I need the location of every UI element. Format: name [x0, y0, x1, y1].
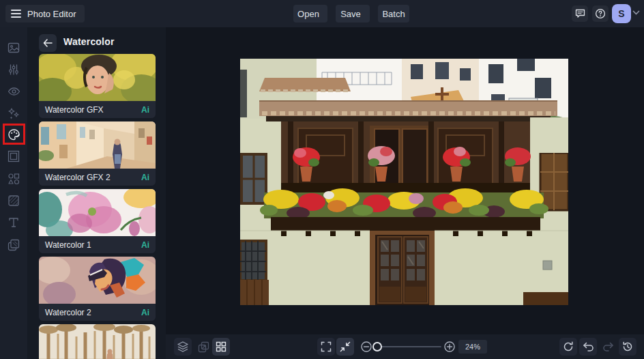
app-menu[interactable]: Photo Editor [5, 5, 85, 23]
reset-button[interactable] [559, 338, 577, 356]
undo-button[interactable] [579, 338, 597, 356]
canvas-image [240, 59, 568, 305]
ai-badge: Ai [141, 105, 149, 115]
zoom-in-icon [443, 341, 456, 353]
history-button[interactable] [619, 338, 636, 356]
open-button[interactable]: Open [293, 5, 327, 23]
sidebar-item-textures[interactable] [5, 237, 22, 253]
zoom-slider-track[interactable] [377, 346, 441, 347]
compare-icon [198, 341, 209, 353]
style-card-watercolor-gfx-2[interactable]: Watercolor GFX 2 Ai [39, 121, 156, 186]
ai-badge: Ai [141, 240, 149, 250]
palette-icon [8, 128, 20, 141]
thumbnail-watercolor-2 [39, 257, 156, 304]
panel-title: Watercolor [63, 36, 115, 47]
canvas-area [166, 27, 644, 334]
style-card-partial[interactable] [39, 324, 156, 359]
thumbnail-palms [39, 324, 156, 359]
grid-view-button[interactable] [212, 338, 230, 356]
card-label: Watercolor GFX [45, 105, 141, 115]
help-icon [595, 8, 606, 19]
sliders-icon [8, 63, 20, 76]
sidebar-item-frames[interactable] [5, 148, 22, 164]
card-label: Watercolor GFX 2 [45, 173, 141, 182]
menu-icon [11, 10, 21, 18]
redo-button[interactable] [599, 338, 617, 356]
expand-icon [321, 341, 332, 352]
eye-icon [8, 87, 20, 96]
fullscreen-button[interactable] [317, 338, 335, 356]
sidebar-item-effects[interactable] [5, 105, 22, 121]
card-label: Watercolor 2 [45, 308, 141, 317]
help-button[interactable] [592, 5, 609, 22]
tools-sidebar [0, 27, 27, 359]
photo-editor-app: Photo Editor Open Save Batch S [0, 0, 644, 359]
back-button[interactable] [39, 34, 57, 52]
layers-icon [177, 341, 189, 352]
sidebar-item-adjust[interactable] [5, 61, 22, 78]
grid-icon [216, 341, 226, 352]
zoom-out-icon [360, 341, 372, 353]
bottom-toolbar: 24% [166, 334, 644, 359]
batch-button[interactable]: Batch [378, 5, 409, 23]
avatar[interactable]: S [612, 4, 631, 23]
zoom-in-button[interactable] [441, 338, 458, 356]
account-chevron-down-icon[interactable] [632, 10, 640, 16]
compare-button[interactable] [194, 338, 212, 356]
style-card-watercolor-2[interactable]: Watercolor 2 Ai [39, 257, 156, 321]
redo-icon [602, 342, 614, 351]
frame-icon [8, 150, 20, 162]
feedback-button[interactable] [572, 5, 588, 22]
layers-icon [8, 239, 20, 251]
sidebar-item-artsy[interactable] [5, 126, 22, 143]
save-button[interactable]: Save [336, 5, 370, 23]
sidebar-item-touchup[interactable] [5, 83, 22, 100]
watercolor-panel: Watercolor Watercolor GFX Ai [27, 27, 166, 359]
sparkles-icon [8, 107, 20, 119]
thumbnail-watercolor-1 [39, 189, 156, 236]
zoom-slider-handle[interactable] [372, 342, 382, 351]
zoom-level-value: 24% [458, 340, 487, 354]
sidebar-item-edit[interactable] [5, 40, 22, 56]
style-card-watercolor-1[interactable]: Watercolor 1 Ai [39, 189, 156, 253]
sidebar-item-overlays[interactable] [5, 192, 22, 209]
app-title: Photo Editor [27, 9, 76, 19]
sidebar-item-graphics[interactable] [5, 171, 22, 187]
shapes-icon [8, 173, 20, 185]
reset-icon [563, 341, 574, 352]
ai-badge: Ai [141, 173, 149, 182]
sidebar-item-text[interactable] [5, 214, 22, 231]
card-label: Watercolor 1 [45, 240, 141, 250]
layers-button[interactable] [174, 338, 192, 356]
texture-icon [8, 195, 20, 207]
style-card-watercolor-gfx[interactable]: Watercolor GFX Ai [39, 54, 156, 118]
undo-icon [583, 342, 594, 351]
history-icon [622, 341, 633, 352]
image-icon [8, 42, 20, 54]
text-icon [8, 217, 19, 228]
fit-screen-button[interactable] [336, 338, 354, 356]
thumbnail-watercolor-gfx-2 [39, 121, 156, 169]
ai-badge: Ai [141, 308, 149, 317]
chat-icon [575, 9, 585, 18]
top-bar: Photo Editor Open Save Batch S [0, 0, 644, 27]
fit-screen-icon [340, 341, 351, 352]
back-arrow-icon [43, 39, 53, 47]
thumbnail-watercolor-gfx [39, 54, 156, 101]
